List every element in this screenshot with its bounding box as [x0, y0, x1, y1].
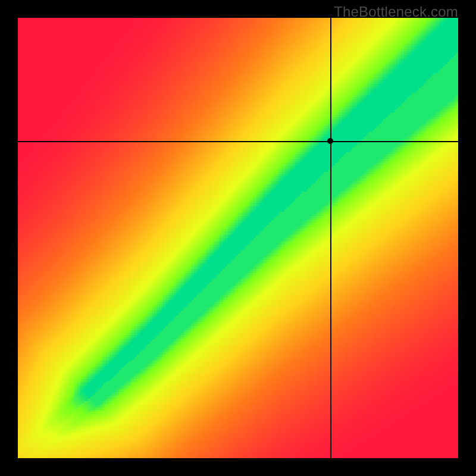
crosshair-horizontal — [18, 141, 458, 142]
plot-area — [18, 18, 458, 458]
watermark-text: TheBottleneck.com — [334, 4, 458, 20]
chart-frame: TheBottleneck.com — [0, 0, 476, 476]
marker-dot — [327, 138, 333, 144]
heatmap-canvas — [18, 18, 458, 458]
crosshair-vertical — [330, 18, 331, 458]
